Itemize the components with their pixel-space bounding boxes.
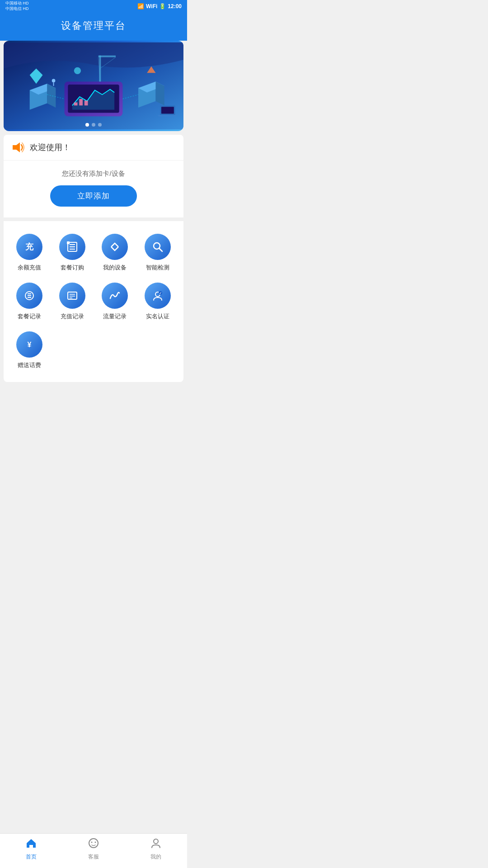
menu-item-package[interactable]: 套餐订购 [51, 230, 94, 275]
menu-grid-row3: ¥ 赠送话费 [8, 328, 179, 373]
menu-grid-row1: 充 余额充值 套餐订购 [8, 230, 179, 275]
svg-point-21 [52, 79, 56, 83]
svg-rect-4 [79, 99, 83, 105]
gifttalk-icon: ¥ [16, 331, 42, 358]
dot-2 [92, 123, 95, 127]
gifttalk-label: 赠送话费 [18, 361, 41, 369]
mydevice-label: 我的设备 [103, 264, 127, 272]
svg-rect-14 [99, 56, 116, 57]
no-card-section: 您还没有添加卡/设备 立即添加 [4, 160, 183, 217]
rechargerecord-label: 充值记录 [61, 312, 84, 321]
menu-item-mydevice[interactable]: 我的设备 [94, 230, 136, 275]
svg-line-34 [159, 248, 162, 251]
flowrecord-icon [102, 283, 128, 309]
svg-marker-26 [13, 142, 20, 152]
status-bar: 中国移动 HD 中国电信 HD 📶 WiFi 🔋 12:00 [0, 0, 187, 13]
svg-rect-32 [67, 241, 70, 244]
smartcheck-label: 智能检测 [146, 264, 169, 272]
time-display: 12:00 [168, 3, 182, 9]
dot-3 [98, 123, 102, 127]
svg-text:✓: ✓ [159, 292, 162, 295]
svg-point-17 [74, 67, 81, 74]
package-icon [59, 234, 85, 260]
menu-item-gifttalk[interactable]: ¥ 赠送话费 [8, 328, 51, 373]
add-now-button[interactable]: 立即添加 [50, 185, 137, 207]
svg-text:充: 充 [25, 242, 34, 251]
menu-item-packagerecord[interactable]: 套餐记录 [8, 279, 51, 324]
svg-text:¥: ¥ [28, 341, 32, 349]
menu-item-rechargerecord[interactable]: 充值记录 [51, 279, 94, 324]
carrier2: 中国电信 HD [5, 6, 29, 12]
banner-image [4, 41, 183, 131]
signal-icon: 📶 [137, 3, 144, 9]
carrier-info: 中国移动 HD 中国电信 HD [5, 1, 29, 11]
speaker-icon [11, 141, 25, 154]
menu-grid-row2: 套餐记录 充值记录 [8, 279, 179, 324]
no-card-message: 您还没有添加卡/设备 [11, 170, 176, 178]
wifi-icon: WiFi [146, 3, 157, 9]
flowrecord-label: 流量记录 [103, 312, 127, 321]
svg-rect-3 [74, 103, 78, 106]
app-header: 设备管理平台 [0, 13, 187, 41]
welcome-bar: 欢迎使用！ [4, 135, 183, 160]
carrier1: 中国移动 HD [5, 1, 29, 6]
dot-1 [85, 123, 89, 127]
status-right: 📶 WiFi 🔋 12:00 [137, 3, 182, 9]
svg-rect-25 [158, 115, 177, 116]
realname-label: 实名认证 [146, 312, 169, 321]
svg-rect-24 [161, 107, 174, 113]
menu-item-realname[interactable]: ✓ 实名认证 [136, 279, 179, 324]
welcome-message: 欢迎使用！ [30, 142, 70, 153]
banner-carousel[interactable] [4, 41, 183, 131]
svg-rect-13 [99, 56, 101, 82]
realname-icon: ✓ [145, 283, 171, 309]
recharge-label: 余额充值 [18, 264, 41, 272]
package-label: 套餐订购 [61, 264, 84, 272]
mydevice-icon [102, 234, 128, 260]
svg-rect-5 [84, 101, 88, 106]
battery-icon: 🔋 [159, 3, 166, 9]
banner-dots [85, 123, 102, 127]
rechargerecord-icon [59, 283, 85, 309]
smartcheck-icon [145, 234, 171, 260]
recharge-icon: 充 [16, 234, 42, 260]
packagerecord-label: 套餐记录 [18, 312, 41, 321]
menu-item-recharge[interactable]: 充 余额充值 [8, 230, 51, 275]
menu-item-smartcheck[interactable]: 智能检测 [136, 230, 179, 275]
menu-section: 充 余额充值 套餐订购 [4, 221, 183, 382]
menu-item-flowrecord[interactable]: 流量记录 [94, 279, 136, 324]
page-title: 设备管理平台 [0, 19, 187, 33]
gray-spacer [4, 386, 183, 422]
packagerecord-icon [16, 283, 42, 309]
